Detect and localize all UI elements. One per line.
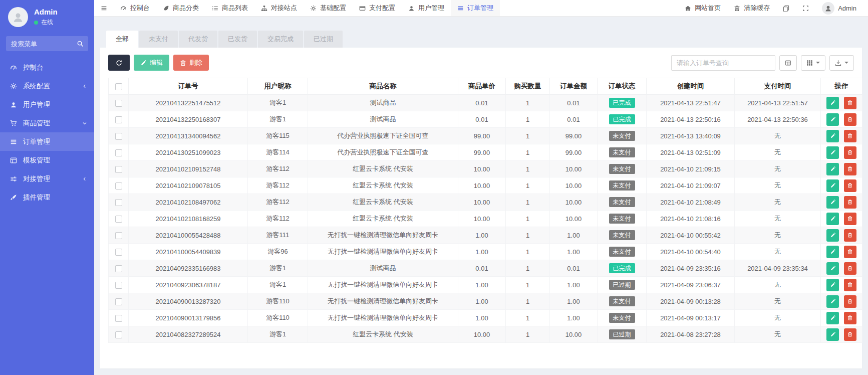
row-edit-button[interactable]: [826, 246, 839, 258]
row-delete-button[interactable]: [844, 196, 856, 209]
nav-item-user-management[interactable]: 用户管理: [402, 0, 451, 16]
actions-cell: [821, 227, 862, 244]
row-edit-button[interactable]: [826, 295, 839, 308]
row-edit-button[interactable]: [826, 163, 839, 175]
row-checkbox[interactable]: [115, 100, 122, 107]
price-cell: 0.01: [458, 260, 506, 277]
nav-clear-cache-button[interactable]: 清除缓存: [727, 0, 776, 16]
row-delete-button[interactable]: [844, 179, 856, 192]
table-row: 202104082327289524 游客1 红盟云卡系统 代安装 10.00 …: [109, 326, 862, 343]
row-checkbox[interactable]: [115, 166, 122, 173]
row-edit-button[interactable]: [826, 312, 839, 324]
nav-home-link[interactable]: 网站首页: [678, 0, 727, 16]
row-delete-button[interactable]: [844, 328, 856, 341]
row-delete-button[interactable]: [844, 163, 856, 175]
nav-item-product-list[interactable]: 商品列表: [205, 0, 254, 16]
sidebar-item-template-management[interactable]: 模板管理: [0, 151, 94, 169]
refresh-button[interactable]: [108, 55, 130, 71]
hamburger-icon: [101, 5, 107, 12]
tab-to-ship[interactable]: 代发货: [179, 31, 217, 48]
sidebar-item-product-management[interactable]: 商品管理: [0, 114, 94, 132]
table-icon: [785, 60, 791, 66]
row-checkbox[interactable]: [115, 149, 122, 156]
sidebar-item-plugin-management[interactable]: 插件管理: [0, 188, 94, 207]
grid-icon: [806, 60, 813, 66]
nav-item-basic-config[interactable]: 基础配置: [304, 0, 353, 16]
row-edit-button[interactable]: [826, 229, 839, 242]
sidebar-item-order-management[interactable]: 订单管理: [0, 132, 94, 151]
row-checkbox[interactable]: [115, 282, 122, 289]
row-delete-button[interactable]: [844, 146, 856, 159]
row-edit-button[interactable]: [826, 213, 839, 225]
row-edit-button[interactable]: [826, 262, 839, 275]
row-checkbox[interactable]: [115, 182, 122, 190]
row-delete-button[interactable]: [844, 130, 856, 142]
menu-search-input[interactable]: [6, 36, 88, 51]
row-edit-button[interactable]: [826, 328, 839, 341]
table-row: 202104102108168259 游客112 红盟云卡系统 代安装 10.0…: [109, 211, 862, 227]
delete-button[interactable]: 删除: [173, 55, 209, 71]
table-view-button[interactable]: [779, 55, 797, 71]
sidebar-item-integration-management[interactable]: 对接管理: [0, 169, 94, 188]
edit-button[interactable]: 编辑: [134, 55, 169, 71]
tab-unpaid[interactable]: 未支付: [139, 31, 178, 48]
qty-cell: 1: [506, 326, 550, 343]
row-edit-button[interactable]: [826, 196, 839, 209]
columns-toggle-button[interactable]: [801, 55, 825, 71]
avatar[interactable]: [8, 7, 28, 27]
row-delete-button[interactable]: [844, 279, 856, 291]
status-badge: 已过期: [609, 280, 635, 290]
row-delete-button[interactable]: [844, 295, 856, 308]
row-edit-button[interactable]: [826, 130, 839, 142]
row-checkbox[interactable]: [115, 331, 122, 338]
select-all-checkbox[interactable]: [115, 83, 122, 90]
row-delete-button[interactable]: [844, 312, 856, 324]
search-icon[interactable]: [77, 40, 84, 47]
nav-pages-button[interactable]: [776, 0, 796, 16]
row-checkbox[interactable]: [115, 298, 122, 305]
sidebar-item-dashboard[interactable]: 控制台: [0, 58, 94, 77]
row-edit-button[interactable]: [826, 113, 839, 126]
nav-item-payment-config[interactable]: 支付配置: [353, 0, 402, 16]
row-delete-button[interactable]: [844, 246, 856, 258]
nav-user-menu[interactable]: Admin: [815, 0, 863, 16]
menu-toggle-button[interactable]: [94, 0, 114, 16]
sidebar-user-name: Admin: [34, 8, 58, 16]
export-button[interactable]: [829, 55, 854, 71]
row-edit-button[interactable]: [826, 179, 839, 192]
row-delete-button[interactable]: [844, 213, 856, 225]
col-product: 商品名称: [308, 78, 458, 95]
row-delete-button[interactable]: [844, 113, 856, 126]
row-checkbox[interactable]: [115, 199, 122, 206]
tab-shipped[interactable]: 已发货: [218, 31, 257, 48]
nav-fullscreen-button[interactable]: [796, 0, 815, 16]
row-checkbox[interactable]: [115, 265, 122, 272]
order-search-input[interactable]: [671, 55, 775, 71]
row-checkbox[interactable]: [115, 315, 122, 322]
row-delete-button[interactable]: [844, 262, 856, 275]
row-delete-button[interactable]: [844, 229, 856, 242]
row-edit-button[interactable]: [826, 146, 839, 159]
product-cell: 红盟云卡系统 代安装: [308, 211, 458, 227]
row-checkbox[interactable]: [115, 116, 122, 123]
row-edit-button[interactable]: [826, 279, 839, 291]
row-checkbox[interactable]: [115, 133, 122, 140]
row-delete-button[interactable]: [844, 97, 856, 109]
tab-all[interactable]: 全部: [106, 31, 138, 48]
tab-completed[interactable]: 交易完成: [258, 31, 303, 48]
row-checkbox[interactable]: [115, 249, 122, 256]
sidebar-item-label: 控制台: [23, 63, 44, 72]
status-badge: 未支付: [609, 147, 635, 157]
paid-time-cell: 无: [735, 128, 821, 144]
row-edit-button[interactable]: [826, 97, 839, 109]
nav-item-dashboard[interactable]: 控制台: [114, 0, 156, 16]
nav-item-product-category[interactable]: 商品分类: [156, 0, 205, 16]
nav-item-order-management[interactable]: 订单管理: [451, 0, 500, 16]
order-no-cell: 202104090013179856: [129, 310, 248, 326]
sidebar-item-user-management[interactable]: 用户管理: [0, 95, 94, 114]
tab-expired[interactable]: 已过期: [304, 31, 343, 48]
row-checkbox[interactable]: [115, 216, 122, 223]
nav-item-integration-sites[interactable]: 对接站点: [254, 0, 304, 16]
sidebar-item-system-config[interactable]: 系统配置: [0, 77, 94, 95]
row-checkbox[interactable]: [115, 232, 122, 239]
